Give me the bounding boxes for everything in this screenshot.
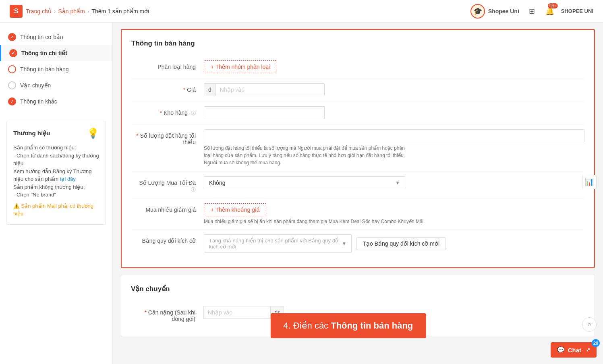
form-row-bulk-discount: Mua nhiều giảm giá + Thêm khoảng giá Mua…: [131, 199, 584, 230]
sales-section-card: Thông tin bán hàng Phân loại hàng + Thêm…: [121, 29, 595, 268]
label-stock: * Kho hàng ⓘ: [131, 106, 204, 117]
form-row-stock: * Kho hàng ⓘ 0: [131, 101, 584, 124]
chat-label: Chat: [568, 347, 581, 354]
form-row-price: * Giá đ: [131, 79, 584, 101]
required-mark-weight: *: [144, 309, 148, 316]
shopee-uni: 🎓 Shopee Uni: [470, 4, 519, 19]
breadcrumb: Trang chủ › Sản phẩm › Thêm 1 sản phẩm m…: [26, 8, 149, 14]
stock-input[interactable]: 0: [204, 106, 325, 119]
add-classify-button[interactable]: + Thêm nhóm phân loại: [204, 60, 277, 73]
nav-icon-detail: ✓: [9, 49, 17, 57]
sidebar-item-shipping[interactable]: Vận chuyển: [0, 77, 112, 93]
weight-input[interactable]: [203, 306, 271, 319]
shipping-section-card: Vận chuyển * Cân nặng (Sau khi đóng gói)…: [121, 275, 595, 337]
breadcrumb-sep2: ›: [87, 8, 89, 14]
sidebar-label-basic: Thông tin cơ bản: [20, 34, 63, 40]
price-input-wrapper: đ: [204, 83, 325, 96]
shopee-logo: S: [10, 5, 23, 18]
max-order-select[interactable]: Không ▼: [204, 176, 405, 189]
notification-badge: 99+: [548, 3, 558, 8]
nav-icon-shipping: [8, 81, 16, 89]
size-select-row: Tăng khả năng hiển thị cho sản phẩm với …: [204, 234, 446, 253]
form-row-size-chart: Bảng quy đổi kích cỡ Tăng khả năng hiển …: [131, 230, 584, 258]
form-row-max-order: Số Lượng Mua Tối Đa ⓘ Không ▼: [131, 172, 584, 199]
create-size-chart-button[interactable]: Tạo Bảng quy đổi kích cỡ mới: [356, 237, 446, 250]
form-row-min-order: * Số lượng đặt hàng tối thiểu 1 Số lượng…: [131, 124, 584, 172]
breadcrumb-current: Thêm 1 sản phẩm mới: [91, 8, 149, 14]
brand-text: Sản phẩm có thương hiệu: - Chọn từ danh …: [13, 144, 99, 218]
nav-icon-sales: [8, 65, 16, 73]
sidebar-label-other: Thông tin khác: [20, 98, 57, 105]
breadcrumb-home[interactable]: Trang chủ: [26, 8, 52, 14]
sidebar-item-basic-info[interactable]: ✓ Thông tin cơ bản: [0, 29, 112, 45]
max-order-help-icon[interactable]: ⓘ: [191, 187, 196, 192]
price-input[interactable]: [216, 84, 324, 96]
chat-icon: 💬: [557, 346, 565, 354]
label-price: * Giá: [131, 83, 204, 93]
breadcrumb-products[interactable]: Sản phẩm: [58, 8, 85, 14]
control-bulk-discount: + Thêm khoảng giá Mua nhiều giảm giá sẽ …: [204, 203, 584, 224]
breadcrumb-sep1: ›: [54, 8, 56, 14]
chevron-down-icon: ▼: [395, 180, 400, 186]
nav-icon-other: ✓: [8, 97, 16, 105]
brand-warning: ⚠️ Sản phẩm Mall phải có thương hiệu: [13, 202, 99, 218]
header-icons: ⊞ 🔔 99+ SHOPEE UNI: [526, 5, 593, 18]
brand-link[interactable]: tại đây: [60, 176, 76, 182]
bulk-discount-hint: Mua nhiều giảm giá sẽ bị ẩn khi sản phẩm…: [204, 219, 584, 224]
page-layout: ✓ Thông tin cơ bản ✓ Thông tin chi tiết …: [0, 23, 603, 364]
control-price: đ: [204, 83, 584, 96]
circle-icon: ○: [587, 321, 591, 328]
weight-input-row: gr: [203, 306, 284, 319]
stock-help-icon[interactable]: ⓘ: [191, 110, 196, 116]
control-size-chart: Tăng khả năng hiển thị cho sản phẩm với …: [204, 234, 584, 253]
sidebar-label-shipping: Vận chuyển: [20, 82, 51, 89]
label-weight: * Cân nặng (Sau khi đóng gói): [131, 306, 203, 322]
expand-icon: ⤢: [586, 347, 590, 353]
min-order-input[interactable]: 1: [204, 129, 584, 142]
form-row-weight: * Cân nặng (Sau khi đóng gói) gr: [131, 301, 585, 327]
add-discount-button[interactable]: + Thêm khoảng giá: [204, 203, 266, 216]
grid-button[interactable]: ⊞: [526, 5, 539, 18]
shipping-section-title: Vận chuyển: [131, 285, 585, 293]
control-min-order: 1 Số lượng đặt hàng tối thiểu là số lượn…: [204, 129, 584, 166]
brand-box: Thương hiệu 💡 Sản phẩm có thương hiệu: -…: [6, 121, 106, 225]
notification-button[interactable]: 🔔 99+: [543, 5, 556, 18]
control-max-order: Không ▼: [204, 176, 584, 189]
size-chevron-icon: ▼: [342, 241, 347, 246]
uni-logo: 🎓: [470, 4, 485, 19]
chat-button[interactable]: 💬 Chat 20 ⤢: [551, 342, 597, 358]
control-stock: 0: [204, 106, 584, 119]
nav-icon-basic: ✓: [8, 33, 16, 41]
scroll-top-button[interactable]: ○: [582, 317, 597, 332]
label-max-order: Số Lượng Mua Tối Đa ⓘ: [131, 176, 204, 193]
sidebar-item-sales-info[interactable]: Thông tin bán hàng: [0, 61, 112, 77]
size-chart-select[interactable]: Tăng khả năng hiển thị cho sản phẩm với …: [204, 234, 352, 253]
main-content: Thông tin bán hàng Phân loại hàng + Thêm…: [113, 23, 603, 364]
user-name: SHOPEE UNI: [561, 8, 593, 14]
min-order-hint: Số lượng đặt hàng tối thiểu là số lượng …: [204, 145, 405, 166]
analytics-button[interactable]: 📊: [582, 175, 597, 189]
brand-box-header: Thương hiệu 💡: [13, 128, 99, 139]
label-min-order: * Số lượng đặt hàng tối thiểu: [131, 129, 204, 145]
uni-text: Shopee Uni: [488, 8, 519, 14]
right-side-icons: 📊: [582, 175, 597, 189]
sidebar-nav: ✓ Thông tin cơ bản ✓ Thông tin chi tiết …: [0, 23, 112, 116]
control-weight: gr: [203, 306, 585, 319]
lightbulb-icon: 💡: [87, 128, 99, 139]
max-order-value: Không: [209, 180, 225, 186]
weight-unit: gr: [271, 306, 284, 319]
label-bulk-discount: Mua nhiều giảm giá: [131, 203, 204, 213]
sidebar-item-detail-info[interactable]: ✓ Thông tin chi tiết: [0, 45, 112, 61]
header-right: 🎓 Shopee Uni ⊞ 🔔 99+ SHOPEE UNI: [470, 4, 593, 19]
required-mark-price: *: [183, 87, 187, 93]
grid-icon: ⊞: [529, 7, 535, 16]
sidebar: ✓ Thông tin cơ bản ✓ Thông tin chi tiết …: [0, 23, 113, 364]
sidebar-item-other-info[interactable]: ✓ Thông tin khác: [0, 93, 112, 110]
label-size-chart: Bảng quy đổi kích cỡ: [131, 234, 204, 244]
brand-title: Thương hiệu: [13, 130, 50, 137]
analytics-icon: 📊: [585, 178, 594, 186]
header: S Trang chủ › Sản phẩm › Thêm 1 sản phẩm…: [0, 0, 603, 23]
label-classification: Phân loại hàng: [131, 60, 204, 70]
form-row-classification: Phân loại hàng + Thêm nhóm phân loại: [131, 56, 584, 79]
control-classification: + Thêm nhóm phân loại: [204, 60, 584, 73]
